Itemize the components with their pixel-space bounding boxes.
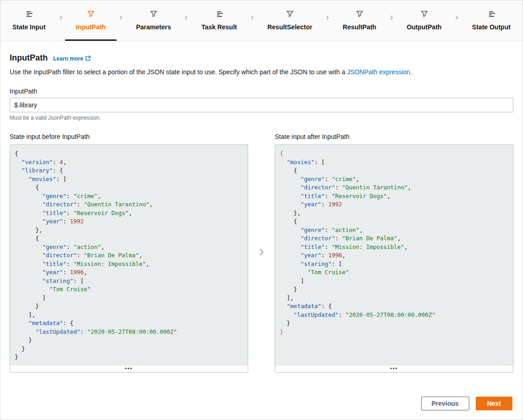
chevron-right-icon xyxy=(58,15,63,20)
inputpath-helper-text: Must be a valid JsonPath expression. xyxy=(10,115,513,121)
step-inputpath[interactable]: InputPath xyxy=(72,0,111,41)
chevron-right-icon xyxy=(454,15,459,20)
main-content: InputPath Learn more Use the InputPath f… xyxy=(0,41,523,410)
step-label: Parameters xyxy=(136,23,171,31)
ellipsis-icon: ••• xyxy=(125,366,133,371)
panels-arrow xyxy=(248,133,275,373)
after-panel-column: State input after InputPath { "movies": … xyxy=(275,133,513,373)
after-panel-title: State input after InputPath xyxy=(275,133,513,140)
chevron-right-icon xyxy=(184,15,189,20)
description-text-end: . xyxy=(410,68,412,76)
chevron-right-icon xyxy=(389,15,394,20)
chevron-right-icon xyxy=(250,15,255,20)
description-text: Use the InputPath filter to select a por… xyxy=(10,68,347,76)
step-label: Task Result xyxy=(201,23,237,31)
step-label: ResultSelector xyxy=(267,23,312,31)
learn-more-link[interactable]: Learn more xyxy=(53,55,91,62)
previous-button[interactable]: Previous xyxy=(421,397,469,410)
filter-icon xyxy=(421,11,428,20)
before-panel-expander[interactable]: ••• xyxy=(10,365,248,372)
inputpath-input[interactable] xyxy=(10,98,513,112)
section-header: InputPath Learn more xyxy=(10,53,513,63)
jsonpath-expression-link[interactable]: JSONPath expression xyxy=(347,68,410,76)
chevron-right-icon xyxy=(118,15,123,20)
step-label: State Output xyxy=(472,23,511,31)
filter-icon xyxy=(87,11,95,20)
filter-icon xyxy=(356,11,363,20)
step-label: ResultPath xyxy=(343,23,376,31)
step-resultselector[interactable]: ResultSelector xyxy=(263,0,317,41)
ellipsis-icon: ••• xyxy=(390,366,398,371)
step-outputpath[interactable]: OutputPath xyxy=(402,0,446,41)
page-title: InputPath xyxy=(10,53,48,63)
step-label: OutputPath xyxy=(406,23,441,31)
step-state-output[interactable]: State Output xyxy=(467,0,515,41)
chevron-right-icon xyxy=(257,248,266,258)
section-description: Use the InputPath filter to select a por… xyxy=(10,67,513,77)
list-icon xyxy=(488,11,495,20)
after-panel: { "movies": [ { "genre": "crime", "direc… xyxy=(275,144,513,373)
wizard-actions: Previous Next xyxy=(10,397,513,410)
next-button[interactable]: Next xyxy=(476,397,512,410)
step-task-result[interactable]: Task Result xyxy=(197,0,242,41)
before-panel-column: State input before InputPath { "version"… xyxy=(10,133,248,373)
before-panel-title: State input before InputPath xyxy=(10,133,248,140)
after-panel-expander[interactable]: ••• xyxy=(275,365,513,372)
before-json-viewer: { "version": 4, "library": { "movies": [… xyxy=(10,145,248,365)
inputpath-field-label: InputPath xyxy=(10,88,513,95)
step-parameters[interactable]: Parameters xyxy=(131,0,175,41)
json-panels: State input before InputPath { "version"… xyxy=(10,133,513,373)
step-state-input[interactable]: State Input xyxy=(8,0,50,41)
step-resultpath[interactable]: ResultPath xyxy=(338,0,381,41)
after-json-viewer: { "movies": [ { "genre": "crime", "direc… xyxy=(275,145,513,365)
chevron-right-icon xyxy=(325,15,330,20)
filter-icon xyxy=(286,11,294,20)
learn-more-label: Learn more xyxy=(53,55,83,62)
list-icon xyxy=(25,11,33,20)
filter-icon xyxy=(150,11,157,20)
dataflow-simulator-page: State Input InputPath Parameters Task Re… xyxy=(0,0,523,420)
external-link-icon xyxy=(85,55,91,62)
before-panel: { "version": 4, "library": { "movies": [… xyxy=(10,144,248,373)
stepper: State Input InputPath Parameters Task Re… xyxy=(0,0,523,41)
step-label: State Input xyxy=(12,23,45,31)
list-icon xyxy=(216,11,223,20)
step-label: InputPath xyxy=(76,23,106,31)
